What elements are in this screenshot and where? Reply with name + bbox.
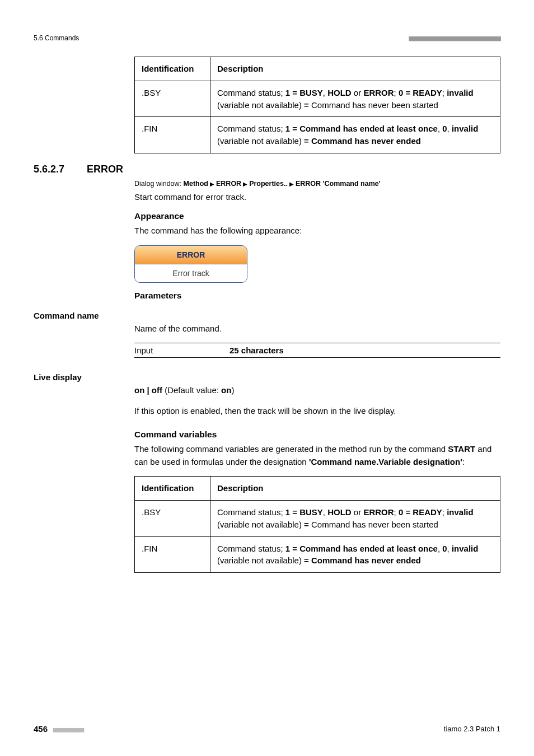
parameters-heading: Parameters: [134, 291, 500, 301]
widget-title: ERROR: [135, 246, 247, 264]
cell-desc: Command status; 1 = Command has ended at…: [210, 536, 500, 573]
command-variables-table-top: Identification Description .BSY Command …: [134, 57, 500, 153]
cell-desc: Command status; 1 = BUSY, HOLD or ERROR;…: [210, 501, 500, 537]
table-header-row: Identification Description: [135, 57, 500, 81]
appearance-text: The command has the following appearance…: [134, 225, 500, 237]
live-display-text: If this option is enabled, then the trac…: [134, 405, 500, 418]
input-value: 25 characters: [224, 346, 500, 355]
cell-id: .BSY: [135, 81, 210, 117]
section-number: 5.6.2.7: [34, 164, 64, 175]
table-row: .BSY Command status; 1 = BUSY, HOLD or E…: [135, 81, 500, 117]
header-breadcrumb: 5.6 Commands: [34, 34, 79, 42]
col-header-id: Identification: [135, 57, 210, 81]
triangle-icon: ▶: [243, 181, 247, 187]
footer-right: tiamo 2.3 Patch 1: [444, 725, 500, 733]
appearance-heading: Appearance: [134, 211, 500, 221]
cell-id: .FIN: [135, 536, 210, 573]
command-name-text: Name of the command.: [134, 323, 500, 335]
table-row: .FIN Command status; 1 = Command has end…: [135, 117, 500, 153]
input-label: Input: [134, 346, 224, 355]
cell-id: .FIN: [135, 117, 210, 153]
col-header-desc: Description: [210, 57, 500, 81]
col-header-desc: Description: [210, 477, 500, 501]
page-number: 456: [34, 724, 48, 734]
error-command-widget: ERROR Error track: [134, 245, 247, 283]
header-ornament: ■■■■■■■■■■■■■■■■■■■■■■: [409, 34, 500, 43]
table-row: .FIN Command status; 1 = Command has end…: [135, 536, 500, 573]
table-header-row: Identification Description: [135, 477, 500, 501]
command-name-label: Command name: [34, 311, 500, 320]
section-title: ERROR: [87, 164, 123, 175]
triangle-icon: ▶: [289, 181, 294, 187]
input-spec-row: Input 25 characters: [134, 343, 500, 358]
triangle-icon: ▶: [210, 181, 214, 187]
footer-left: 456 ■■■■■■■■: [34, 724, 83, 734]
cell-desc: Command status; 1 = Command has ended at…: [210, 117, 500, 153]
section-intro: Start command for error track.: [134, 191, 500, 204]
table-row: .BSY Command status; 1 = BUSY, HOLD or E…: [135, 501, 500, 537]
cell-id: .BSY: [135, 501, 210, 537]
live-display-label: Live display: [34, 372, 500, 382]
widget-subtitle: Error track: [135, 264, 247, 282]
command-variables-text: The following command variables are gene…: [134, 443, 500, 468]
section-heading: 5.6.2.7 ERROR: [34, 164, 500, 175]
live-display-values: on | off (Default value: on): [134, 384, 500, 397]
command-variables-table-bottom: Identification Description .BSY Command …: [134, 476, 500, 573]
dialog-path: Dialog window: Method▶ERROR▶Properties..…: [134, 180, 500, 188]
col-header-id: Identification: [135, 477, 210, 501]
footer-ornament: ■■■■■■■■: [53, 725, 84, 734]
command-variables-heading: Command variables: [134, 430, 500, 440]
cell-desc: Command status; 1 = BUSY, HOLD or ERROR;…: [210, 81, 500, 117]
